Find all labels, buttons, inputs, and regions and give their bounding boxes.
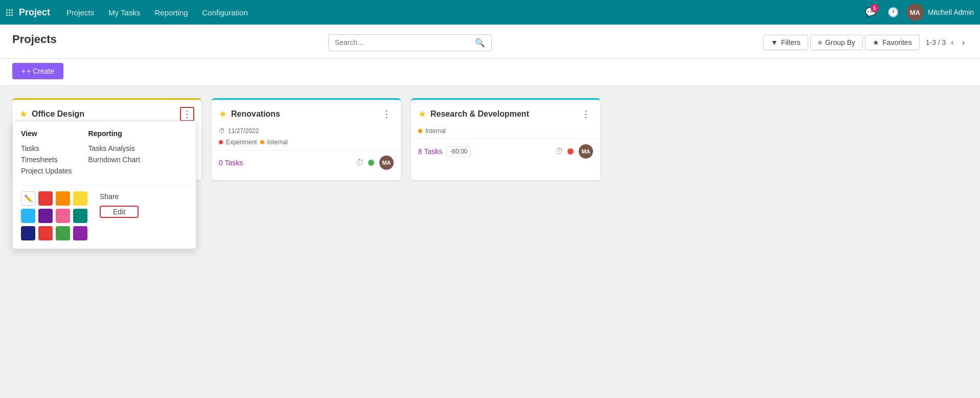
- messages-badge: 5: [871, 4, 879, 12]
- projects-content: ★ Office Design ⋮ View Tasks Timesheets …: [0, 86, 980, 192]
- color-crimson[interactable]: [38, 226, 53, 240]
- view-tasks[interactable]: Tasks: [21, 143, 72, 154]
- research-tasks: 8 Tasks: [418, 147, 442, 156]
- clock-nav-icon[interactable]: 🕐: [884, 3, 902, 21]
- reporting-burndown[interactable]: Burndown Chart: [88, 154, 140, 165]
- favorites-button[interactable]: ★ Favorites: [865, 35, 920, 50]
- create-bar: + + Create: [0, 59, 980, 86]
- research-internal-tag: Internal: [425, 127, 446, 135]
- color-teal[interactable]: [73, 209, 87, 223]
- renovations-star[interactable]: ★: [219, 108, 227, 120]
- experiment-dot: [219, 140, 223, 144]
- filters-button[interactable]: ▼ Filters: [763, 35, 808, 50]
- plus-icon: +: [21, 67, 26, 75]
- color-light-blue[interactable]: [21, 209, 35, 223]
- color-pink[interactable]: [56, 209, 70, 223]
- research-internal-dot: [418, 129, 422, 133]
- renovations-tags: Experiment Internal: [212, 139, 401, 150]
- app-brand: Project: [19, 7, 50, 18]
- research-status-clock: ⏱: [555, 147, 563, 156]
- star-icon: ★: [873, 38, 879, 47]
- color-orange[interactable]: [56, 191, 70, 206]
- view-label: View: [21, 129, 72, 138]
- color-clear[interactable]: ✏️: [21, 191, 35, 206]
- topnav-right: 💬 5 🕐 MA Mitchell Admin: [861, 3, 974, 21]
- renovations-footer: 0 Tasks ⏱ MA: [212, 150, 401, 175]
- view-project-updates[interactable]: Project Updates: [21, 165, 72, 176]
- user-name: Mitchell Admin: [928, 8, 974, 16]
- avatar[interactable]: MA: [906, 4, 924, 21]
- research-card: ★ Research & Development ⋮ Internal 8 Ta…: [411, 98, 600, 180]
- office-design-menu-button[interactable]: ⋮: [180, 107, 194, 121]
- pagination: 1-3 / 3 ‹ ›: [926, 36, 968, 49]
- renovations-card: ★ Renovations ⋮ ⏱ 11/27/2022 Experiment …: [212, 98, 401, 180]
- filter-icon: ▼: [771, 38, 778, 47]
- pagination-text: 1-3 / 3: [926, 38, 946, 47]
- filter-bar: ▼ Filters ≡ Group By ★ Favorites: [763, 35, 920, 50]
- color-picker: ✏️: [21, 191, 87, 240]
- internal-tag: Internal: [267, 139, 288, 146]
- renovations-avatar: MA: [379, 156, 394, 170]
- renovations-date: 11/27/2022: [228, 127, 259, 135]
- office-design-star[interactable]: ★: [19, 108, 28, 120]
- nav-projects[interactable]: Projects: [60, 0, 100, 25]
- office-design-dropdown: View Tasks Timesheets Project Updates Re…: [12, 121, 196, 249]
- search-input[interactable]: [335, 38, 475, 47]
- share-action[interactable]: Share: [100, 191, 139, 202]
- research-menu-button[interactable]: ⋮: [579, 107, 593, 121]
- dropdown-view-reporting: View Tasks Timesheets Project Updates Re…: [21, 129, 188, 176]
- top-nav: Project Projects My Tasks Reporting Conf…: [0, 0, 980, 25]
- dropdown-divider: [21, 185, 188, 185]
- dropdown-view-col: View Tasks Timesheets Project Updates: [21, 129, 72, 176]
- page-header: Projects 🔍 ▼ Filters ≡ Group By: [0, 25, 980, 59]
- research-avatar: MA: [579, 144, 593, 159]
- renovations-menu-button[interactable]: ⋮: [379, 107, 394, 121]
- nav-my-tasks[interactable]: My Tasks: [102, 0, 146, 25]
- group-by-icon: ≡: [818, 38, 822, 47]
- page-title: Projects: [12, 33, 57, 46]
- status-dot-green: [368, 160, 374, 166]
- create-button[interactable]: + + Create: [12, 63, 63, 79]
- page-wrap: Projects 🔍 ▼ Filters ≡ Group By: [0, 25, 980, 398]
- office-design-title: Office Design: [32, 109, 176, 119]
- research-timer: -60:00: [446, 146, 471, 157]
- nav-reporting[interactable]: Reporting: [148, 0, 194, 25]
- nav-configuration[interactable]: Configuration: [196, 0, 254, 25]
- research-tags: Internal: [411, 125, 600, 139]
- next-page-button[interactable]: ›: [959, 36, 968, 49]
- color-yellow[interactable]: [73, 191, 87, 206]
- renovations-meta: ⏱ 11/27/2022: [212, 125, 401, 139]
- reporting-label: Reporting: [88, 129, 140, 138]
- edit-action[interactable]: Edit: [100, 206, 139, 218]
- reporting-tasks-analysis[interactable]: Tasks Analysis: [88, 143, 140, 154]
- renovations-title: Renovations: [231, 109, 375, 119]
- view-timesheets[interactable]: Timesheets: [21, 154, 72, 165]
- group-by-button[interactable]: ≡ Group By: [810, 35, 863, 50]
- status-clock-icon: ⏱: [356, 158, 364, 167]
- research-star[interactable]: ★: [418, 108, 426, 120]
- prev-page-button[interactable]: ‹: [948, 36, 956, 49]
- color-navy[interactable]: [21, 226, 35, 240]
- research-footer: 8 Tasks -60:00 ⏱ MA: [411, 139, 600, 164]
- office-design-container: ★ Office Design ⋮ View Tasks Timesheets …: [12, 98, 201, 180]
- clock-icon: ⏱: [219, 127, 225, 135]
- research-status-dot: [567, 148, 574, 154]
- color-purple-dark[interactable]: [38, 209, 53, 223]
- color-red-orange[interactable]: [38, 191, 53, 206]
- search-bar[interactable]: 🔍: [328, 34, 492, 51]
- renovations-tasks: 0 Tasks: [219, 159, 243, 167]
- dropdown-actions: Share Edit: [100, 191, 139, 218]
- internal-dot: [260, 140, 264, 144]
- messages-icon[interactable]: 💬 5: [861, 3, 880, 21]
- search-icon: 🔍: [475, 38, 485, 48]
- apps-menu-icon[interactable]: [6, 9, 13, 16]
- experiment-tag: Experiment: [226, 139, 257, 146]
- dropdown-reporting-col: Reporting Tasks Analysis Burndown Chart: [88, 129, 140, 176]
- color-violet[interactable]: [73, 226, 87, 240]
- dropdown-bottom: ✏️: [21, 191, 188, 240]
- research-title: Research & Development: [430, 109, 575, 119]
- color-green[interactable]: [56, 226, 70, 240]
